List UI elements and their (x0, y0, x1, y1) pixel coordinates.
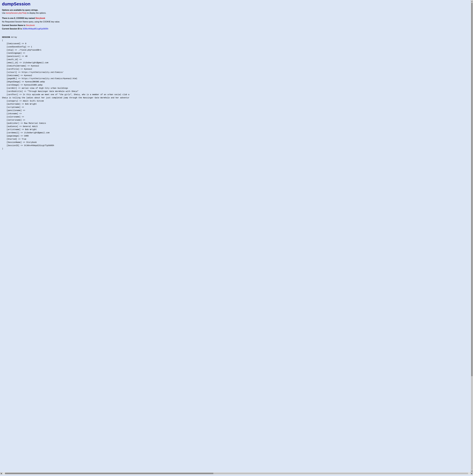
scroll-down-arrow[interactable]: ▼ (471, 470, 473, 472)
scroll-left-arrow[interactable]: ◀ (0, 472, 2, 475)
intro-suffix: to display the options. (27, 12, 46, 14)
intro-block: Options are available by query strings. … (2, 9, 471, 15)
current-session-name-line: Current Session Name is Storybook (2, 24, 471, 27)
horizontal-scrollbar[interactable]: ◀ ▶ (0, 472, 473, 475)
intro-use-text: Use (2, 12, 6, 14)
intro-line2: Use dumpSession.php?help to display the … (2, 12, 471, 15)
horizontal-scroll-track[interactable] (5, 473, 468, 474)
current-session-id-line: Current Session ID is 3t36kv4h8epdl51cgt… (2, 27, 471, 31)
vertical-scroll-track[interactable] (471, 3, 473, 470)
current-session-name: Storybook (26, 24, 35, 26)
help-link[interactable]: dumpSession.php?help (6, 12, 27, 14)
current-session-id: 3t36kv4h8epdl51cgtf1p5605h (22, 28, 48, 30)
intro-line1: Options are available by query strings. (2, 9, 471, 12)
scroll-up-arrow[interactable]: ▲ (471, 0, 473, 2)
info-block: There is one $_COOKIE key named Storyboo… (2, 17, 471, 31)
scroll-right-arrow[interactable]: ▶ (471, 472, 473, 475)
no-session-line: No Requested Session Name query, using t… (2, 20, 471, 24)
current-id-prefix: Current Session ID is (2, 28, 22, 30)
cookie-prefix: There is one $_COOKIE key named (2, 17, 35, 19)
session-block: SESSION Array ( [Comicsaved] => 0 [usedS… (2, 33, 471, 150)
page-title: dumpSession (2, 1, 471, 6)
cookie-line: There is one $_COOKIE key named Storyboo… (2, 17, 471, 20)
current-session-prefix: Current Session Name is (2, 24, 26, 26)
session-label: SESSION (2, 36, 10, 38)
cookie-name: Storybook (35, 17, 45, 19)
vertical-scrollbar[interactable]: ▲ ▼ (471, 0, 473, 472)
horizontal-scroll-thumb[interactable] (5, 473, 213, 474)
vertical-scroll-thumb[interactable] (471, 3, 473, 376)
